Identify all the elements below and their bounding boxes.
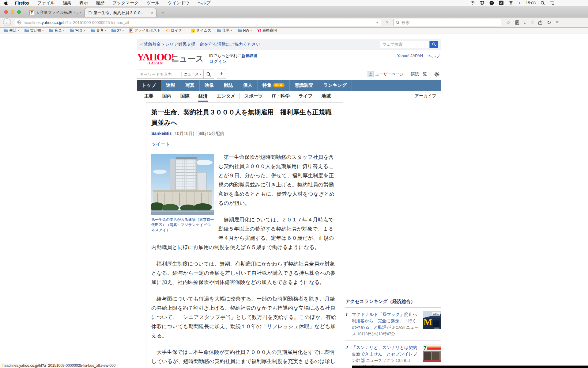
menubar-clock[interactable]: 15:08 [526,1,536,5]
spotlight-search-icon[interactable] [541,1,545,5]
bookmark-filepost[interactable]: F ファイルポスト [129,28,161,33]
bookmark-reuters[interactable]: ロイター [166,28,186,33]
news-search-button[interactable] [203,70,214,79]
menu-item-help[interactable]: ヘルプ [198,0,211,6]
url-bar[interactable]: headlines. yahoo.co.jp /hl?a=20151009-00… [14,19,381,26]
browser-search-box[interactable] [393,19,501,26]
downloads-icon[interactable]: ↓ [524,20,526,25]
apple-logo-icon[interactable] [4,1,8,5]
menu-item-tools[interactable]: ツール [147,0,160,6]
browser-search-input[interactable] [401,20,499,25]
ranking-thumbnail-seveneleven[interactable]: 7 [423,344,441,362]
user-page-link[interactable]: ユーザーページ [368,71,404,77]
category-main[interactable]: 主要 [140,93,158,99]
help-link[interactable]: ヘルプ [428,53,440,59]
category-domestic[interactable]: 国内 [158,93,176,99]
bookmark-folder-work[interactable]: 仕事▾ [217,28,232,33]
bookmark-folder-shopping[interactable]: 買い物▾ [24,28,43,33]
donation-link[interactable]: ＜緊急募金＞シリア難民支援 命を守る活動にご協力ください [139,42,261,47]
login-link[interactable]: ログイン [209,59,227,64]
wifi-small-icon[interactable] [470,1,475,5]
bookmark-folder-27[interactable]: 27▾ [111,29,123,33]
tab-ranking[interactable]: ランキング [318,80,352,91]
menu-item-edit[interactable]: 編集 [63,0,71,6]
subscription-list-link[interactable]: 購読一覧 [411,71,427,77]
menu-item-file[interactable]: ファイル [37,0,55,6]
chevron-down-icon: ▾ [42,29,43,32]
wifi-icon[interactable] [508,1,514,5]
service-name: ニュース [171,53,204,64]
tweet-link[interactable]: ツイート [151,141,170,147]
tab-magazine[interactable]: 雑誌 [219,80,238,91]
menu-item-window[interactable]: ウインドウ [168,0,190,6]
sync-icon[interactable]: ↻ [547,20,551,25]
search-scope-dropdown[interactable]: ニュース ▾ [181,72,203,77]
web-search-button[interactable] [430,41,438,48]
news-search-input[interactable] [137,72,181,77]
register-link[interactable]: 新規取得 [241,53,257,58]
archive-link[interactable]: アーカイブ [415,93,436,99]
bookmarks-menu-icon[interactable] [515,20,519,25]
yahoo-logo[interactable]: YAHOO! JAPAN [137,52,169,63]
bookmark-folder-life[interactable]: 生活▾ [4,28,19,33]
tab-flash[interactable]: 速報 [161,80,180,91]
creative-cloud-icon[interactable]: ∞ [489,1,494,5]
plusminus-status-icon[interactable]: ± [518,1,521,5]
category-world[interactable]: 国際 [176,93,194,99]
category-it-science[interactable]: IT・科学 [267,93,294,99]
hamburger-menu-icon[interactable]: ≡ [556,20,559,25]
bottom-black-strip [352,366,588,368]
window-close-button[interactable] [4,10,8,14]
bookmark-transit[interactable]: Y! 乗換案内 [257,28,277,33]
back-button[interactable]: ← [3,18,11,26]
browser-tab-2-active[interactable]: 第一生命、契約社員３００... × [85,8,156,17]
photo-caption-link[interactable]: 第一生命の本店が入る建物（東京都千代田区）（写真：フジサンケイビジネスアイ） [151,217,214,233]
bookmark-times[interactable]: t タイムズ [191,28,211,33]
menu-item-history[interactable]: 履歴 [96,0,104,6]
dropbox-icon[interactable] [480,1,484,5]
url-dropdown-icon[interactable]: ▾ [376,21,378,24]
tab-poll[interactable]: 意識調査 [290,80,318,91]
menu-item-bookmarks[interactable]: ブックマーク [112,0,139,6]
add-search-tab-button[interactable]: + [217,70,226,79]
new-tab-button[interactable]: + [160,10,166,17]
bookmark-folder-photo[interactable]: 写真▾ [70,28,85,33]
yahoo-japan-link[interactable]: Yahoo! JAPAN [397,53,423,59]
window-minimize-button[interactable] [11,10,14,14]
category-economy-active[interactable]: 経済 [194,93,212,99]
access-ranking-heading: アクセスランキング（経済総合） [345,299,441,308]
input-source-icon[interactable]: A [499,1,503,5]
tab-feature[interactable]: 特集 NEW [258,80,290,91]
folder-icon [49,29,53,32]
article-source-link[interactable]: SankeiBiz [151,131,172,136]
tab-video[interactable]: 映像 [200,80,219,91]
bookmark-star-icon[interactable]: ☆ [506,20,510,25]
article-photo-building[interactable] [151,154,214,215]
tab1-favicon: F [29,10,34,15]
tab-photo[interactable]: 写真 [180,80,200,91]
menu-item-view[interactable]: 表示 [79,0,88,6]
stop-loading-button[interactable]: × [384,20,390,25]
window-zoom-button[interactable] [17,10,21,14]
menu-item-firefox[interactable]: Firefox [15,1,29,6]
tab-top[interactable]: トップ [137,80,161,91]
gear-icon[interactable] [434,72,439,77]
bookmark-folder-reference[interactable]: 参考▾ [91,28,106,33]
category-sports[interactable]: スポーツ [239,93,267,99]
bookmark-folder-music[interactable]: 音楽▾ [49,28,64,33]
web-search-input[interactable] [380,41,430,48]
notification-center-icon[interactable] [550,1,554,5]
ranking-thumbnail-mcdonalds[interactable]: McDon M [423,311,441,329]
folder-icon [91,29,95,32]
browser-tab-1[interactable]: F 大容量ファイル転送・大容... × [26,8,85,17]
category-local[interactable]: 地域 [317,93,335,99]
home-icon[interactable]: ⌂ [531,20,534,25]
tab1-close-icon[interactable]: × [79,10,81,15]
folder-icon [24,29,29,32]
tab2-close-icon[interactable]: × [151,11,153,15]
category-entertainment[interactable]: エンタメ [212,93,239,99]
share-icon[interactable] [538,20,542,25]
bookmark-folder-hw[interactable]: HW▾ [238,29,252,33]
tab-personal[interactable]: 個人 [238,80,258,91]
category-life[interactable]: ライフ [294,93,317,99]
